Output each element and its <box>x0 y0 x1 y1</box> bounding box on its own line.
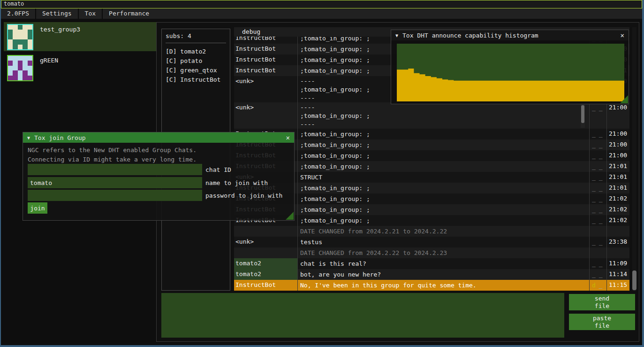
message-line: bot, are you new here? <box>300 270 589 279</box>
avatar-pixel <box>23 35 27 39</box>
join-field-row: chat ID <box>28 164 231 175</box>
avatar-pixel <box>13 70 17 75</box>
message-timestamp: 11:14 <box>606 269 629 280</box>
menubar: 2.0FPSSettingsToxPerformance <box>1 8 642 19</box>
join-field-label: chat ID <box>205 166 231 173</box>
group-item-green[interactable]: gREEN <box>4 53 156 80</box>
message-text: ;tomato_in_group: ; <box>297 183 589 193</box>
message-text: ;tomato_in_group: ; <box>297 161 589 172</box>
avatar-pixel <box>13 39 17 44</box>
chat-scrollbar-track[interactable] <box>632 27 636 291</box>
dht-histogram-window: ▼ Tox DHT announce capability histogram … <box>391 30 629 104</box>
message-flag: _ <box>592 131 596 139</box>
message-flags: __ <box>589 269 606 280</box>
window-titlebar[interactable]: tomato <box>1 0 642 8</box>
message-flags <box>589 226 606 237</box>
message-text: ;tomato_in_group: ; <box>297 139 589 150</box>
message-author: InstructBot <box>234 280 297 291</box>
chat-row[interactable]: <unk>----;tomato_in_group: ;----__21:00 <box>234 102 629 129</box>
message-flags: __ <box>589 193 606 204</box>
send-file-button[interactable]: send file <box>569 294 635 310</box>
member-item-instructbot[interactable]: [C] InstructBot <box>166 75 226 85</box>
join-group-titlebar[interactable]: ▼ Tox join Group ✕ <box>23 132 294 143</box>
chat-scrollbar-thumb[interactable] <box>632 270 636 290</box>
avatar-pixel <box>23 39 27 44</box>
message-line: STRUCT <box>300 173 589 182</box>
dht-histogram-titlebar[interactable]: ▼ Tox DHT announce capability histogram … <box>391 30 629 40</box>
collapse-icon[interactable]: ▼ <box>27 135 30 140</box>
message-scrollbar-thumb[interactable] <box>581 105 584 123</box>
message-author: <unk> <box>234 76 297 102</box>
paste-file-button[interactable]: paste file <box>569 314 635 330</box>
message-flag: _ <box>592 152 596 161</box>
avatar-pixel <box>28 56 32 61</box>
message-line: ---- <box>300 103 589 112</box>
resize-grip-icon[interactable] <box>286 212 294 220</box>
message-text: ;tomato_in_group: ; <box>297 215 589 226</box>
message-line: DATE CHANGED from 2024.2.21 to 2024.2.22 <box>300 227 589 236</box>
avatar-pixel <box>8 25 13 30</box>
join-field-label: password to join with <box>205 192 282 199</box>
message-author: InstructBot <box>234 65 297 76</box>
message-author <box>234 226 297 237</box>
avatar-pixel <box>28 70 32 75</box>
message-flag: _ <box>592 195 596 204</box>
avatar-pixel <box>28 39 32 44</box>
chat-row[interactable]: tomato2bot, are you new here?__11:14 <box>234 269 629 280</box>
menu-item-tox[interactable]: Tox <box>79 8 102 19</box>
message-text: DATE CHANGED from 2024.2.22 to 2024.2.23 <box>297 247 589 258</box>
message-scrollbar[interactable] <box>581 103 585 128</box>
join-field-row: password to join with <box>28 190 282 201</box>
chat-row-system[interactable]: DATE CHANGED from 2024.2.21 to 2024.2.22 <box>234 226 629 237</box>
message-timestamp: 21:00 <box>606 139 629 150</box>
avatar-pixel <box>18 61 23 65</box>
avatar-pixel <box>8 39 13 44</box>
member-item-tomato2[interactable]: [D] tomato2 <box>166 47 226 56</box>
close-icon[interactable]: ✕ <box>286 134 290 141</box>
message-timestamp: 21:02 <box>606 193 629 204</box>
join-name-input[interactable] <box>28 177 202 188</box>
group-item-test-group3[interactable]: test_group3 <box>4 22 156 51</box>
members-separator <box>166 43 226 43</box>
menu-item-performance[interactable]: Performance <box>103 8 155 19</box>
message-input[interactable] <box>161 293 564 338</box>
member-item-green-qtox[interactable]: [C] green_qtox <box>166 66 226 75</box>
message-author: tomato2 <box>234 269 297 280</box>
join-password-input[interactable] <box>28 190 202 201</box>
message-flags: __ <box>589 139 606 150</box>
chat-id-input[interactable] <box>28 164 202 175</box>
close-icon[interactable]: ✕ <box>621 31 624 39</box>
chat-row[interactable]: tomato2chat is this real?__11:09 <box>234 258 629 269</box>
chat-row-highlighted[interactable]: InstructBotNo, I've been in this group f… <box>234 280 629 291</box>
message-flag: d <box>592 282 596 291</box>
members-count: subs: 4 <box>166 32 226 39</box>
avatar-pixel <box>8 35 13 39</box>
join-button[interactable]: join <box>28 202 47 214</box>
message-timestamp: 21:00 <box>606 129 629 139</box>
member-item-potato[interactable]: [C] potato <box>166 56 226 66</box>
message-flag: _ <box>599 185 603 193</box>
message-line: ;tomato_in_group: ; <box>300 140 589 149</box>
chat-row[interactable]: <unk>testus__23:38 <box>234 237 629 247</box>
avatar-pixel <box>28 76 32 80</box>
message-author: tomato2 <box>234 258 297 269</box>
message-flag: _ <box>599 141 603 150</box>
chat-row-system[interactable]: DATE CHANGED from 2024.2.22 to 2024.2.23 <box>234 247 629 258</box>
avatar-pixel <box>13 30 17 34</box>
message-flags: __ <box>589 172 606 183</box>
message-timestamp: 23:38 <box>606 237 629 247</box>
collapse-icon[interactable]: ▼ <box>395 33 398 38</box>
message-text: ;tomato_in_group: ; <box>297 193 589 204</box>
join-field-label: name to join with <box>205 179 268 186</box>
menu-item-settings[interactable]: Settings <box>36 8 78 19</box>
avatar-pixel <box>8 56 13 61</box>
message-line: ;tomato_in_group: ; <box>300 216 589 225</box>
resize-grip-icon[interactable] <box>620 95 628 103</box>
message-flag: _ <box>599 239 603 247</box>
join-info-line: NGC refers to the New DHT enabled Group … <box>28 146 197 155</box>
message-text: ;tomato_in_group: ; <box>297 129 589 139</box>
message-timestamp: 21:00 <box>606 102 629 129</box>
message-flags: d_ <box>589 280 606 291</box>
message-flag: _ <box>592 271 596 280</box>
avatar-pixel <box>23 61 27 65</box>
